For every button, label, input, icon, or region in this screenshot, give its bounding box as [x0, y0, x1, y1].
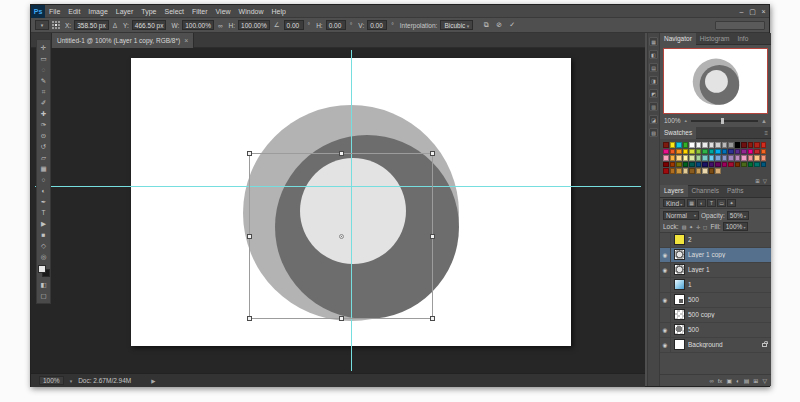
color-swatch[interactable] — [709, 162, 715, 168]
color-swatch[interactable] — [741, 155, 747, 161]
layer-thumbnail[interactable] — [674, 324, 685, 335]
free-transform-bounding-box[interactable] — [249, 153, 433, 319]
transform-handle[interactable] — [339, 316, 344, 321]
foreground-color-swatch[interactable] — [38, 265, 46, 273]
close-button[interactable]: × — [758, 5, 769, 18]
delete-layer-icon[interactable]: ▽ — [762, 377, 767, 384]
visibility-cell[interactable] — [660, 307, 671, 322]
pen-tool[interactable]: ✒ — [37, 196, 50, 207]
menu-item[interactable]: Window — [235, 5, 268, 18]
gradient-tool[interactable]: ▦ — [37, 163, 50, 174]
color-swatch[interactable] — [722, 142, 728, 148]
layer-thumbnail[interactable] — [674, 264, 685, 275]
zoom-in-icon[interactable]: ▲ — [761, 118, 767, 124]
history-brush-tool[interactable]: ↺ — [37, 141, 50, 152]
visibility-cell[interactable] — [660, 233, 671, 248]
layer-row[interactable]: Layer 1 — [660, 263, 771, 278]
navigator-zoom-slider[interactable] — [691, 120, 758, 122]
layer-thumbnail[interactable] — [674, 339, 685, 350]
color-swatch[interactable] — [754, 142, 760, 148]
filter-adjustment-layers-icon[interactable]: ◐ — [697, 199, 706, 207]
panel-tab[interactable]: Info — [733, 33, 752, 45]
layer-thumbnail[interactable] — [674, 234, 685, 245]
transform-handle[interactable] — [247, 316, 252, 321]
color-swatch[interactable] — [702, 162, 708, 168]
eye-icon[interactable] — [663, 266, 668, 273]
color-swatch[interactable] — [735, 155, 741, 161]
visibility-cell[interactable] — [660, 277, 671, 292]
color-swatch[interactable] — [761, 142, 767, 148]
quick-mask-icon[interactable]: ◧ — [37, 279, 50, 290]
color-swatch[interactable] — [761, 162, 767, 168]
menu-item[interactable]: File — [45, 5, 64, 18]
transform-handle[interactable] — [247, 234, 252, 239]
color-swatch[interactable] — [702, 168, 708, 174]
color-swatch[interactable] — [709, 142, 715, 148]
status-caret-icon[interactable]: ▾ — [70, 378, 73, 384]
link-layers-icon[interactable]: ∞ — [709, 378, 713, 384]
filter-type-layers-icon[interactable]: T — [707, 199, 716, 207]
switch-transform-warp-icon[interactable]: ⧉ — [480, 20, 492, 31]
menu-item[interactable]: Filter — [188, 5, 212, 18]
navigator-zoom-field[interactable]: 100% — [664, 117, 681, 124]
layer-thumbnail[interactable] — [674, 294, 685, 305]
workspace-switcher[interactable] — [715, 21, 765, 30]
menu-item[interactable]: Layer — [112, 5, 138, 18]
menu-item[interactable]: Select — [161, 5, 188, 18]
collapsed-panel-icon[interactable]: ◨ — [649, 76, 658, 85]
color-swatch[interactable] — [728, 162, 734, 168]
blend-mode-select[interactable]: Normal — [663, 211, 699, 220]
color-swatch[interactable] — [676, 162, 682, 168]
color-swatch[interactable] — [722, 162, 728, 168]
zoom-tool[interactable]: ◎ — [37, 251, 50, 262]
path-selection-tool[interactable]: ▶ — [37, 218, 50, 229]
color-swatch[interactable] — [709, 149, 715, 155]
color-swatch[interactable] — [663, 149, 669, 155]
color-swatch[interactable] — [689, 168, 695, 174]
color-swatch[interactable] — [748, 162, 754, 168]
color-swatch[interactable] — [663, 142, 669, 148]
interpolation-select[interactable]: Bicubic — [440, 20, 473, 30]
type-tool[interactable]: T — [37, 207, 50, 218]
color-swatch[interactable] — [761, 155, 767, 161]
visibility-cell[interactable] — [660, 247, 671, 262]
menu-item[interactable]: Image — [84, 5, 111, 18]
zoom-out-icon[interactable]: ▲ — [684, 118, 688, 123]
color-swatch[interactable] — [670, 168, 676, 174]
color-swatch[interactable] — [748, 155, 754, 161]
visibility-cell[interactable] — [660, 337, 671, 352]
color-swatch[interactable] — [670, 149, 676, 155]
collapsed-panel-icon[interactable]: ◧ — [649, 50, 658, 59]
color-swatch[interactable] — [741, 162, 747, 168]
color-swatch[interactable] — [735, 162, 741, 168]
menu-item[interactable]: View — [212, 5, 235, 18]
horizontal-skew-field[interactable]: 0.00 — [326, 20, 346, 30]
x-position-field[interactable]: 358.50 px — [74, 20, 109, 30]
layer-row[interactable]: Background — [660, 338, 771, 353]
color-swatch[interactable] — [715, 155, 721, 161]
transform-handle[interactable] — [430, 316, 435, 321]
color-swatch[interactable] — [683, 168, 689, 174]
navigator-preview[interactable] — [663, 48, 768, 114]
crop-tool[interactable]: ⌗ — [37, 86, 50, 97]
color-swatch[interactable] — [676, 168, 682, 174]
zoom-level-field[interactable]: 100% — [39, 376, 64, 385]
lasso-tool[interactable]: ◌ — [37, 64, 50, 75]
color-swatch[interactable] — [715, 149, 721, 155]
y-position-field[interactable]: 466.50 px — [132, 20, 167, 30]
panel-tab[interactable]: Navigator — [660, 33, 696, 45]
rotate-field[interactable]: 0.00 — [284, 20, 304, 30]
vertical-skew-field[interactable]: 0.00 — [367, 20, 387, 30]
lock-all-icon[interactable]: ◻ — [702, 224, 709, 230]
new-adjustment-layer-icon[interactable]: ◐ — [736, 378, 740, 384]
transform-handle[interactable] — [430, 234, 435, 239]
panel-tab[interactable]: Histogram — [696, 33, 734, 45]
layer-row[interactable]: 1 — [660, 278, 771, 293]
collapsed-panel-icon[interactable]: ▧ — [649, 128, 658, 137]
visibility-cell[interactable] — [660, 292, 671, 307]
brush-tool[interactable]: ✑ — [37, 119, 50, 130]
color-swatch[interactable] — [702, 149, 708, 155]
color-swatch[interactable] — [663, 162, 669, 168]
eyedropper-tool[interactable]: ✐ — [37, 97, 50, 108]
document-tab[interactable]: Untitled-1 @ 100% (Layer 1 copy, RGB/8*)… — [51, 33, 194, 48]
